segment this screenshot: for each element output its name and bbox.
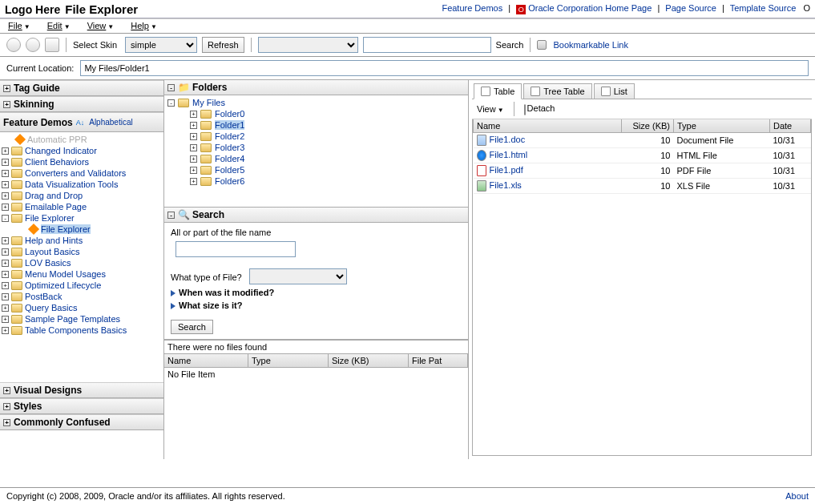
- nav-item[interactable]: +Optimized Lifecycle: [2, 280, 162, 291]
- expand-icon[interactable]: +: [2, 316, 9, 323]
- file-link[interactable]: File1.html: [490, 150, 528, 159]
- folder-link[interactable]: Folder6: [215, 176, 244, 186]
- nav-visual-designs[interactable]: +Visual Designs: [0, 382, 163, 398]
- nav-item[interactable]: +Menu Model Usages: [2, 268, 162, 280]
- nav-item[interactable]: -File Explorer: [2, 212, 162, 224]
- nav-item[interactable]: +PostBack: [2, 291, 162, 302]
- col-path[interactable]: File Pat: [409, 354, 468, 367]
- tab-tree-table[interactable]: Tree Table: [523, 83, 591, 99]
- nav-item-link[interactable]: Menu Model Usages: [25, 269, 106, 279]
- view-menu[interactable]: View▼: [477, 104, 504, 114]
- nav-item[interactable]: +Sample Page Templates: [2, 313, 162, 325]
- search-header[interactable]: - 🔍 Search: [164, 208, 468, 223]
- folder-item[interactable]: +Folder3: [167, 142, 465, 153]
- filter-combo[interactable]: [258, 37, 358, 53]
- expand-icon[interactable]: +: [2, 304, 9, 312]
- nav-item-link[interactable]: Drag and Drop: [25, 191, 83, 200]
- folder-tree[interactable]: -My Files +Folder0+Folder1+Folder2+Folde…: [164, 95, 468, 208]
- folder-item[interactable]: +Folder4: [167, 153, 465, 164]
- file-link[interactable]: File1.pdf: [490, 165, 523, 175]
- expand-icon[interactable]: +: [2, 282, 9, 289]
- nav-item[interactable]: +Layout Basics: [2, 246, 162, 257]
- expand-icon[interactable]: +: [190, 122, 197, 129]
- th-type[interactable]: Type: [674, 119, 770, 133]
- expand-icon[interactable]: +: [190, 155, 197, 163]
- nav-item-link[interactable]: File Explorer: [41, 224, 91, 234]
- expand-icon[interactable]: +: [2, 260, 9, 267]
- table-row[interactable]: File1.html10HTML File10/31: [474, 148, 811, 163]
- folder-item[interactable]: +Folder0: [167, 108, 465, 119]
- file-link[interactable]: File1.doc: [490, 135, 526, 144]
- th-name[interactable]: Name: [474, 119, 622, 133]
- table-row[interactable]: File1.doc10Document File10/31: [474, 133, 811, 148]
- expand-icon[interactable]: +: [190, 167, 197, 174]
- expand-icon[interactable]: +: [2, 147, 9, 155]
- expand-icon[interactable]: -: [167, 99, 175, 107]
- folder-item[interactable]: +Folder5: [167, 164, 465, 175]
- expand-icon[interactable]: -: [2, 215, 9, 222]
- nav-item-link[interactable]: Emailable Page: [25, 202, 87, 212]
- search-when-disclosure[interactable]: When was it modified?: [171, 288, 462, 297]
- nav-feature-demos[interactable]: Feature Demos A↓ Alphabetical: [0, 112, 163, 132]
- col-size[interactable]: Size (KB): [329, 354, 409, 367]
- results-body[interactable]: No File Item: [164, 368, 468, 459]
- search-button[interactable]: Search: [171, 320, 213, 334]
- folder-link[interactable]: Folder5: [215, 165, 244, 175]
- nav-tree[interactable]: Automatic PPR +Changed Indicator+Client …: [0, 132, 163, 382]
- nav-item-link[interactable]: Converters and Validators: [25, 168, 126, 178]
- expand-icon[interactable]: +: [2, 271, 9, 278]
- file-table-scroller[interactable]: Name Size (KB) Type Date File1.doc10Docu…: [472, 119, 812, 456]
- detach-button[interactable]: Detach: [524, 103, 555, 114]
- expand-icon[interactable]: +: [2, 159, 9, 166]
- expand-icon[interactable]: +: [2, 237, 9, 244]
- nav-item-link[interactable]: Data Visualization Tools: [25, 179, 118, 189]
- folders-header[interactable]: - 📁 Folders: [164, 80, 468, 95]
- col-name[interactable]: Name: [164, 354, 248, 367]
- nav-item-child[interactable]: File Explorer: [2, 224, 162, 235]
- alphabetical-link[interactable]: Alphabetical: [86, 115, 160, 130]
- menu-edit[interactable]: Edit▼: [47, 21, 71, 30]
- nav-item[interactable]: +Converters and Validators: [2, 167, 162, 179]
- nav-commonly-confused[interactable]: +Commonly Confused: [0, 414, 163, 430]
- sort-az-icon[interactable]: A↓: [76, 119, 85, 127]
- th-date[interactable]: Date: [770, 119, 811, 133]
- page-source-link[interactable]: Page Source: [665, 3, 716, 13]
- nav-item[interactable]: +Client Behaviors: [2, 156, 162, 167]
- menu-help[interactable]: Help▼: [131, 21, 157, 30]
- folder-link[interactable]: Folder4: [215, 154, 244, 163]
- nav-item[interactable]: +Emailable Page: [2, 201, 162, 212]
- menu-view[interactable]: View▼: [87, 21, 115, 30]
- folder-root[interactable]: My Files: [192, 98, 225, 107]
- nav-item-link[interactable]: File Explorer: [25, 213, 75, 223]
- template-source-link[interactable]: Template Source: [730, 3, 797, 13]
- expand-icon[interactable]: +: [190, 111, 197, 118]
- nav-item[interactable]: +Drag and Drop: [2, 190, 162, 201]
- nav-styles[interactable]: +Styles: [0, 398, 163, 414]
- folder-link[interactable]: Folder3: [215, 143, 244, 152]
- nav-item-link[interactable]: Table Components Basics: [25, 325, 127, 335]
- tab-table[interactable]: Table: [474, 83, 522, 99]
- folder-link[interactable]: Folder0: [215, 109, 244, 119]
- nav-item-link[interactable]: Client Behaviors: [25, 157, 89, 167]
- skin-select[interactable]: simple: [125, 37, 197, 53]
- nav-item[interactable]: +Changed Indicator: [2, 145, 162, 156]
- nav-item-link[interactable]: Help and Hints: [25, 236, 83, 245]
- expand-icon[interactable]: +: [2, 204, 9, 211]
- expand-icon[interactable]: +: [2, 327, 9, 334]
- nav-item-link[interactable]: Optimized Lifecycle: [25, 280, 101, 290]
- oracle-home-link[interactable]: Oracle Corporation Home Page: [528, 3, 652, 13]
- search-name-input[interactable]: [176, 241, 296, 257]
- nav-item-link[interactable]: Changed Indicator: [25, 146, 97, 155]
- nav-item-link[interactable]: Layout Basics: [25, 247, 79, 256]
- th-size[interactable]: Size (KB): [622, 119, 674, 133]
- expand-icon[interactable]: +: [2, 293, 9, 300]
- folder-item[interactable]: +Folder2: [167, 131, 465, 142]
- folder-item[interactable]: +Folder6: [167, 175, 465, 187]
- nav-tag-guide[interactable]: +Tag Guide: [0, 80, 163, 96]
- expand-icon[interactable]: +: [2, 181, 9, 188]
- search-input[interactable]: [363, 37, 491, 53]
- menu-file[interactable]: File▼: [8, 21, 30, 30]
- nav-item-link[interactable]: PostBack: [25, 292, 62, 301]
- nav-forward-button[interactable]: [26, 38, 40, 52]
- feature-demos-link[interactable]: Feature Demos: [442, 3, 502, 13]
